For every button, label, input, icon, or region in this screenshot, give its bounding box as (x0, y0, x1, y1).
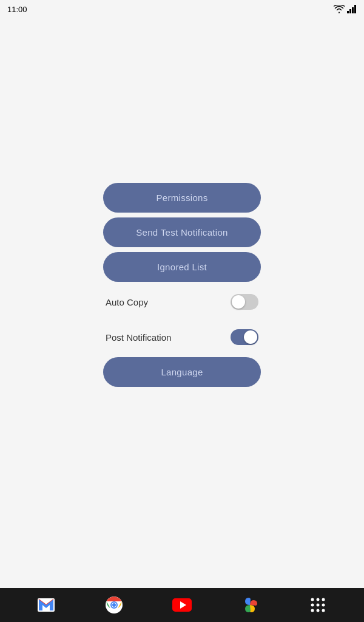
svg-rect-3 (354, 5, 356, 13)
permissions-button[interactable]: Permissions (103, 183, 261, 213)
svg-point-19 (317, 609, 320, 612)
svg-rect-1 (349, 9, 351, 13)
ignored-list-button[interactable]: Ignored List (103, 252, 261, 282)
chrome-icon (106, 596, 123, 613)
svg-point-14 (322, 598, 325, 601)
apps-nav-icon[interactable] (307, 594, 329, 616)
svg-point-18 (311, 609, 314, 612)
status-time: 11:00 (7, 5, 27, 14)
gmail-icon (38, 598, 55, 612)
svg-point-12 (311, 598, 314, 601)
auto-copy-knob (232, 295, 245, 309)
send-test-button[interactable]: Send Test Notification (103, 217, 261, 247)
svg-point-15 (311, 604, 314, 607)
status-icons (334, 5, 357, 13)
auto-copy-label: Auto Copy (106, 297, 148, 307)
wifi-icon (334, 5, 345, 13)
photos-nav-icon[interactable] (239, 594, 261, 616)
youtube-icon (172, 598, 192, 612)
gmail-nav-icon[interactable] (35, 594, 57, 616)
post-notification-knob (244, 330, 257, 344)
status-bar: 11:00 (0, 0, 364, 18)
post-notification-label: Post Notification (106, 332, 171, 343)
svg-point-17 (322, 604, 325, 607)
bottom-nav (0, 588, 364, 622)
svg-point-16 (317, 604, 320, 607)
language-button[interactable]: Language (103, 357, 261, 387)
settings-container: Permissions Send Test Notification Ignor… (103, 183, 261, 387)
svg-point-20 (322, 609, 325, 612)
svg-rect-2 (352, 7, 354, 13)
main-content: Permissions Send Test Notification Ignor… (0, 18, 364, 588)
svg-point-9 (112, 603, 116, 607)
apps-icon (310, 597, 326, 613)
signal-icon (347, 5, 357, 13)
auto-copy-row: Auto Copy (103, 287, 261, 317)
photos-icon (241, 596, 258, 613)
chrome-nav-icon[interactable] (103, 594, 125, 616)
auto-copy-toggle[interactable] (231, 294, 258, 310)
svg-rect-0 (347, 11, 349, 13)
youtube-nav-icon[interactable] (171, 594, 193, 616)
post-notification-row: Post Notification (103, 322, 261, 352)
svg-point-13 (317, 598, 320, 601)
post-notification-toggle[interactable] (231, 329, 258, 345)
